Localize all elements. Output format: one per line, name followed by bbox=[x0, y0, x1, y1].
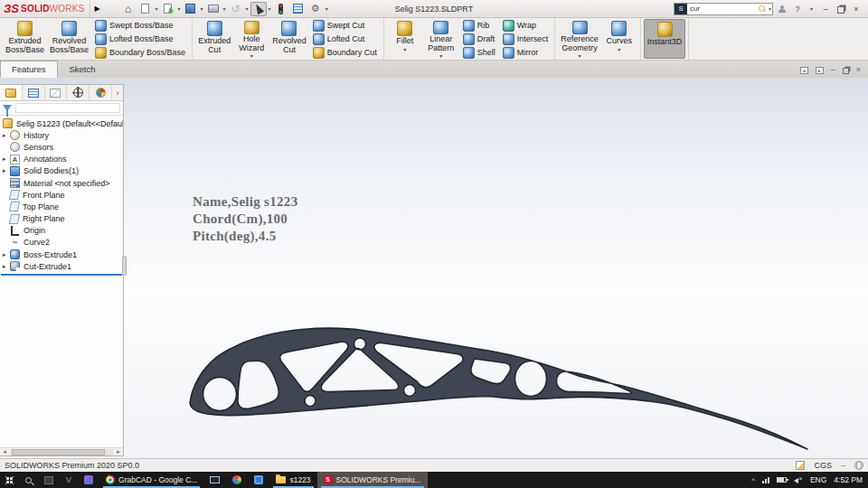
tab-display-manager[interactable] bbox=[90, 85, 112, 100]
airfoil-part[interactable] bbox=[174, 324, 825, 459]
filter-funnel-icon[interactable] bbox=[3, 105, 12, 111]
panel-splitter-handle[interactable] bbox=[122, 256, 127, 276]
tab-sketch[interactable]: Sketch bbox=[58, 61, 108, 78]
mirror-button[interactable]: Mirror bbox=[501, 46, 551, 59]
display-settings-button[interactable] bbox=[290, 2, 307, 16]
select-button[interactable] bbox=[250, 2, 267, 16]
volume-muted-icon[interactable] bbox=[794, 476, 803, 483]
fillet-button[interactable]: Fillet▾ bbox=[387, 19, 423, 59]
dropdown-caret-icon[interactable]: ▾ bbox=[326, 5, 328, 12]
extruded-boss-base-button[interactable]: ExtrudedBoss/Base bbox=[3, 19, 47, 59]
dropdown-caret-icon[interactable]: ▾ bbox=[178, 5, 181, 12]
scrollbar-thumb[interactable] bbox=[12, 449, 105, 455]
scroll-left-icon[interactable]: ◂ bbox=[0, 448, 9, 455]
hole-wizard-button[interactable]: HoleWizard▾ bbox=[233, 19, 269, 59]
taskbar-chrome-button[interactable]: GrabCAD - Google C... bbox=[99, 472, 203, 488]
options-button[interactable]: ⚙ bbox=[307, 2, 324, 16]
save-button[interactable] bbox=[183, 2, 199, 16]
tree-item-right-plane[interactable]: Right Plane bbox=[0, 213, 123, 225]
tree-item-top-plane[interactable]: Top Plane bbox=[0, 201, 123, 212]
search-button[interactable] bbox=[19, 472, 38, 488]
dropdown-caret-icon[interactable]: ▾ bbox=[618, 47, 620, 52]
minimize-button[interactable]: – bbox=[819, 5, 832, 14]
dropdown-caret-icon[interactable]: ▾ bbox=[439, 53, 442, 59]
lofted-cut-button[interactable]: Lofted Cut bbox=[311, 33, 379, 45]
tree-item-sensors[interactable]: Sensors bbox=[0, 141, 123, 153]
unit-caret[interactable]: – bbox=[841, 461, 845, 470]
tree-item-boss-extrude1[interactable]: ▸Boss-Extrude1 bbox=[0, 249, 123, 260]
tree-item-annotations[interactable]: ▸AAnnotations bbox=[0, 154, 123, 165]
graphics-area[interactable]: Name,Selig s1223 Chord(Cm),100 Pitch(deg… bbox=[0, 78, 868, 458]
expand-arrow-icon[interactable]: ▸ bbox=[3, 251, 10, 258]
v-app-button[interactable]: V bbox=[60, 472, 78, 488]
swept-boss-base-button[interactable]: Swept Boss/Base bbox=[93, 19, 187, 32]
tab-configuration-manager[interactable] bbox=[45, 85, 68, 100]
taskbar-monitor-button[interactable] bbox=[203, 472, 226, 488]
tree-root-item[interactable]: Selig S1223 (Default<<Default>_Displ bbox=[0, 117, 123, 129]
tab-property-manager[interactable] bbox=[23, 85, 45, 100]
new-document-button[interactable] bbox=[137, 2, 154, 16]
doc-close-icon[interactable]: × bbox=[856, 66, 861, 74]
user-account-icon[interactable] bbox=[778, 5, 786, 13]
boundary-boss-base-button[interactable]: Boundary Boss/Base bbox=[93, 46, 187, 59]
dropdown-caret-icon[interactable]: ▾ bbox=[246, 5, 249, 12]
battery-icon[interactable] bbox=[777, 477, 787, 483]
tab-dimxpert-manager[interactable] bbox=[67, 85, 90, 100]
home-button[interactable]: ⌂ bbox=[120, 2, 137, 16]
globe-icon[interactable] bbox=[854, 461, 863, 470]
draft-button[interactable]: Draft bbox=[461, 33, 497, 45]
reference-geometry-button[interactable]: ReferenceGeometry▾ bbox=[558, 19, 601, 59]
window-prev-icon[interactable]: ◂ bbox=[800, 67, 808, 74]
revolved-boss-base-button[interactable]: RevolvedBoss/Base bbox=[47, 19, 91, 59]
instant3d-button[interactable]: Instant3D bbox=[644, 19, 686, 59]
help-button[interactable]: ? bbox=[791, 5, 804, 14]
taskbar-media-app-button[interactable] bbox=[248, 472, 269, 488]
print-button[interactable] bbox=[205, 2, 222, 16]
scrollbar-track[interactable] bbox=[10, 449, 113, 455]
unit-system[interactable]: CGS bbox=[814, 461, 832, 470]
intersect-button[interactable]: Intersect bbox=[501, 33, 551, 45]
linear-pattern-button[interactable]: LinearPattern▾ bbox=[423, 19, 459, 59]
filter-input[interactable] bbox=[15, 103, 120, 113]
window-next-icon[interactable]: ▸ bbox=[816, 67, 824, 74]
help-caret-icon[interactable]: ▾ bbox=[810, 5, 813, 12]
tree-item-curve2[interactable]: ~Curve2 bbox=[0, 237, 123, 249]
doc-restore-icon[interactable] bbox=[843, 68, 849, 74]
taskbar-photos-button[interactable] bbox=[226, 472, 248, 488]
network-icon[interactable] bbox=[762, 477, 769, 483]
shell-button[interactable]: Shell bbox=[461, 46, 497, 59]
tree-item-cut-extrude1[interactable]: ▸Cut-Extrude1 bbox=[0, 260, 123, 272]
tab-features[interactable]: Features bbox=[0, 61, 58, 78]
restore-button[interactable] bbox=[837, 6, 844, 14]
tree-item-history[interactable]: ▸History bbox=[0, 129, 123, 141]
extruded-cut-button[interactable]: ExtrudedCut bbox=[195, 19, 233, 59]
expand-arrow-icon[interactable]: ▸ bbox=[3, 167, 10, 174]
expand-arrow-icon[interactable]: ▸ bbox=[3, 155, 10, 163]
doc-minimize-icon[interactable]: – bbox=[831, 66, 835, 74]
taskbar-solidworks-button[interactable]: SSOLIDWORKS Premiu... bbox=[317, 472, 428, 488]
close-button[interactable]: × bbox=[850, 5, 863, 14]
panel-horizontal-scrollbar[interactable]: ◂ ▸ bbox=[0, 447, 123, 455]
dropdown-caret-icon[interactable]: ▾ bbox=[250, 53, 253, 59]
dropdown-caret-icon[interactable]: ▾ bbox=[156, 5, 158, 12]
panel-tabs-overflow-icon[interactable]: › bbox=[112, 89, 123, 98]
language-indicator[interactable]: ENG bbox=[810, 475, 826, 484]
menu-flyout-icon[interactable]: ▶ bbox=[90, 5, 107, 13]
boundary-cut-button[interactable]: Boundary Cut bbox=[311, 46, 379, 59]
search-input[interactable] bbox=[687, 5, 759, 13]
appearance-settings-button[interactable] bbox=[273, 2, 289, 16]
dropdown-caret-icon[interactable]: ▾ bbox=[269, 5, 271, 12]
dropdown-caret-icon[interactable]: ▾ bbox=[223, 5, 226, 12]
swept-cut-button[interactable]: Swept Cut bbox=[311, 19, 379, 32]
rib-button[interactable]: Rib bbox=[461, 19, 497, 32]
search-icon[interactable] bbox=[759, 5, 766, 13]
expand-arrow-icon[interactable]: ▸ bbox=[3, 132, 10, 139]
wrap-button[interactable]: Wrap bbox=[501, 19, 551, 32]
start-button[interactable] bbox=[0, 472, 19, 488]
tree-item-front-plane[interactable]: Front Plane bbox=[0, 189, 123, 201]
undo-button[interactable]: ↺ bbox=[228, 2, 244, 16]
expand-arrow-icon[interactable]: ▸ bbox=[3, 263, 10, 270]
tree-item-material-not-specified[interactable]: Material <not specified> bbox=[0, 177, 123, 189]
tray-chevron-icon[interactable]: ^ bbox=[751, 476, 755, 484]
tab-feature-manager[interactable] bbox=[0, 85, 23, 100]
